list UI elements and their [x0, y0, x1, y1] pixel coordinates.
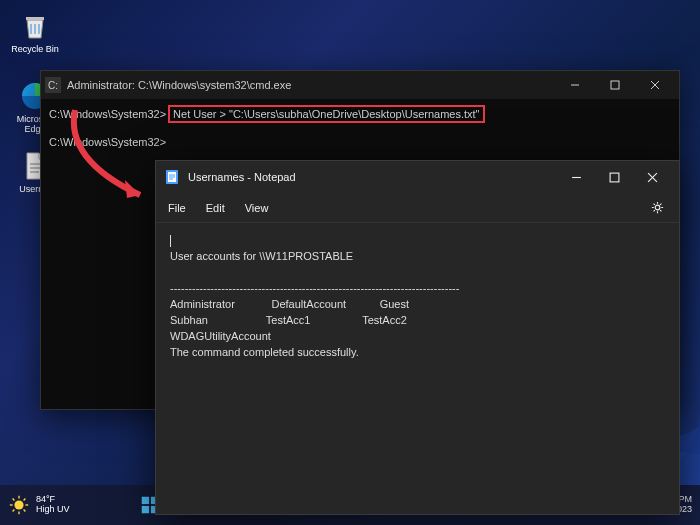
cmd-prompt: C:\Windows\System32> — [49, 136, 166, 148]
notepad-titlebar[interactable]: Usernames - Notepad — [156, 161, 679, 193]
notepad-window[interactable]: Usernames - Notepad File Edit View User … — [155, 160, 680, 515]
highlighted-command: Net User > "C:\Users\subha\OneDrive\Desk… — [168, 105, 484, 123]
menu-view[interactable]: View — [245, 202, 269, 214]
weather-condition: High UV — [36, 505, 70, 515]
maximize-button[interactable] — [595, 71, 635, 99]
notepad-content: User accounts for \\W11PROSTABLE -------… — [170, 250, 459, 358]
settings-button[interactable] — [647, 200, 667, 215]
svg-rect-4 — [611, 81, 619, 89]
notepad-icon — [164, 169, 180, 185]
svg-point-17 — [14, 500, 23, 509]
svg-line-23 — [24, 510, 26, 512]
desktop-icon-recycle-bin[interactable]: Recycle Bin — [10, 10, 60, 54]
desktop-icon-label: Recycle Bin — [10, 44, 60, 54]
weather-icon — [8, 494, 30, 516]
notepad-title-text: Usernames - Notepad — [188, 171, 296, 183]
cmd-body[interactable]: C:\Windows\System32>Net User > "C:\Users… — [41, 99, 679, 155]
svg-text:C:: C: — [48, 80, 58, 91]
notepad-text-area[interactable]: User accounts for \\W11PROSTABLE -------… — [156, 223, 679, 371]
cmd-title-text: Administrator: C:\Windows\system32\cmd.e… — [67, 79, 291, 91]
minimize-button[interactable] — [557, 161, 595, 193]
gear-icon — [650, 200, 665, 215]
cmd-icon: C: — [45, 77, 61, 93]
menu-edit[interactable]: Edit — [206, 202, 225, 214]
minimize-button[interactable] — [555, 71, 595, 99]
cmd-prompt: C:\Windows\System32> — [49, 108, 166, 120]
cmd-titlebar[interactable]: C: Administrator: C:\Windows\system32\cm… — [41, 71, 679, 99]
close-button[interactable] — [633, 161, 671, 193]
recycle-bin-icon — [19, 10, 51, 42]
svg-line-24 — [13, 510, 15, 512]
svg-rect-13 — [610, 173, 619, 182]
svg-line-22 — [13, 499, 15, 501]
text-cursor — [170, 235, 171, 247]
svg-rect-26 — [142, 497, 149, 504]
svg-point-16 — [655, 205, 660, 210]
svg-line-25 — [24, 499, 26, 501]
weather-widget[interactable]: 84°F High UV — [8, 494, 70, 516]
maximize-button[interactable] — [595, 161, 633, 193]
close-button[interactable] — [635, 71, 675, 99]
notepad-menubar: File Edit View — [156, 193, 679, 223]
svg-rect-28 — [142, 506, 149, 513]
menu-file[interactable]: File — [168, 202, 186, 214]
